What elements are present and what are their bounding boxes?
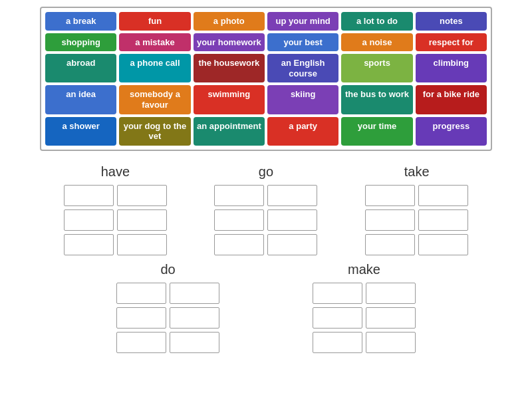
word-tile[interactable]: for a bike ride	[416, 85, 487, 114]
word-tile[interactable]: your homework	[194, 33, 265, 52]
drop-cell[interactable]	[116, 332, 166, 353]
top-categories: havegotake	[40, 164, 492, 255]
word-tile[interactable]: an appointment	[194, 117, 265, 146]
drop-cell[interactable]	[170, 332, 219, 353]
drop-cell[interactable]	[267, 185, 317, 206]
word-tile[interactable]: a party	[267, 117, 338, 146]
drop-cell[interactable]	[366, 283, 416, 304]
word-tile[interactable]: sports	[341, 54, 412, 82]
drop-cell[interactable]	[365, 234, 415, 255]
category-make: make	[313, 262, 416, 353]
drop-cell[interactable]	[116, 307, 166, 329]
drop-cell[interactable]	[313, 307, 362, 329]
category-have: have	[64, 164, 167, 255]
drop-cell[interactable]	[117, 209, 167, 231]
drop-cell[interactable]	[313, 332, 362, 353]
word-tile[interactable]: swimming	[194, 85, 265, 114]
drop-cell[interactable]	[64, 209, 114, 231]
drop-cell[interactable]	[64, 185, 114, 206]
word-tile[interactable]: notes	[416, 12, 487, 31]
category-label-go: go	[259, 164, 273, 180]
word-tile[interactable]: abroad	[45, 54, 116, 82]
drop-cell[interactable]	[418, 209, 468, 231]
drop-cell[interactable]	[214, 209, 264, 231]
category-do: do	[116, 262, 219, 353]
drop-cell[interactable]	[365, 209, 415, 231]
word-tile[interactable]: a phone call	[119, 54, 190, 82]
word-tile[interactable]: a mistake	[119, 33, 190, 52]
drop-cell[interactable]	[366, 307, 416, 329]
drop-grid-do	[116, 283, 219, 353]
word-bank: a breakfuna photoup your minda lot to do…	[40, 7, 492, 151]
drop-grid-go	[214, 185, 317, 255]
category-label-make: make	[348, 262, 380, 277]
bottom-categories: domake	[40, 262, 492, 353]
category-label-take: take	[404, 164, 430, 180]
word-tile[interactable]: somebody a favour	[119, 85, 190, 114]
drop-grid-take	[365, 185, 468, 255]
word-tile[interactable]: your time	[341, 117, 412, 146]
word-tile[interactable]: an English course	[267, 54, 338, 82]
word-tile[interactable]: a noise	[341, 33, 412, 52]
drop-cell[interactable]	[170, 283, 219, 304]
word-tile[interactable]: the bus to work	[341, 85, 412, 114]
drop-grid-have	[64, 185, 167, 255]
drop-cell[interactable]	[418, 234, 468, 255]
category-take: take	[365, 164, 468, 255]
word-tile[interactable]: a break	[45, 12, 116, 31]
word-tile[interactable]: a photo	[194, 12, 265, 31]
drop-cell[interactable]	[214, 234, 264, 255]
drop-cell[interactable]	[64, 234, 114, 255]
word-tile[interactable]: up your mind	[267, 12, 338, 31]
drop-cell[interactable]	[418, 185, 468, 206]
category-label-have: have	[101, 164, 130, 180]
category-label-do: do	[160, 262, 175, 277]
word-tile[interactable]: progress	[416, 117, 487, 146]
word-tile[interactable]: climbing	[416, 54, 487, 82]
drop-cell[interactable]	[214, 185, 264, 206]
word-tile[interactable]: skiing	[267, 85, 338, 114]
category-go: go	[214, 164, 317, 255]
drop-cell[interactable]	[313, 283, 362, 304]
word-tile[interactable]: shopping	[45, 33, 116, 52]
categories-container: havegotake domake	[40, 164, 492, 353]
drop-cell[interactable]	[117, 185, 167, 206]
drop-cell[interactable]	[170, 307, 219, 329]
drop-cell[interactable]	[365, 185, 415, 206]
drop-grid-make	[313, 283, 416, 353]
word-tile[interactable]: a shower	[45, 117, 116, 146]
drop-cell[interactable]	[116, 283, 166, 304]
drop-cell[interactable]	[117, 234, 167, 255]
drop-cell[interactable]	[366, 332, 416, 353]
word-tile[interactable]: a lot to do	[341, 12, 412, 31]
word-tile[interactable]: your best	[267, 33, 338, 52]
word-tile[interactable]: the housework	[194, 54, 265, 82]
word-tile[interactable]: fun	[119, 12, 190, 31]
drop-cell[interactable]	[267, 234, 317, 255]
word-tile[interactable]: an idea	[45, 85, 116, 114]
drop-cell[interactable]	[267, 209, 317, 231]
word-tile[interactable]: respect for	[416, 33, 487, 52]
word-tile[interactable]: your dog to the vet	[119, 117, 190, 146]
